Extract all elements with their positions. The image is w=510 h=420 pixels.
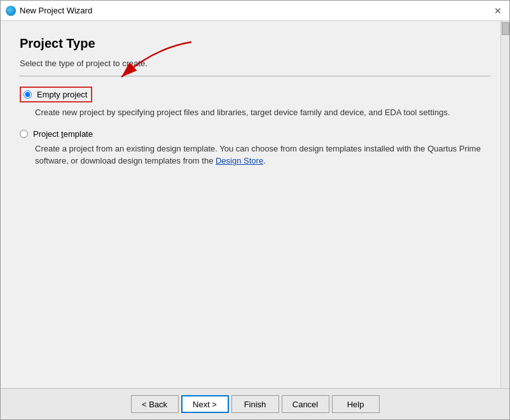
- empty-project-option: Empty project Create new project by spec…: [20, 87, 490, 119]
- close-button[interactable]: ✕: [492, 4, 504, 17]
- help-button[interactable]: Help: [332, 395, 380, 413]
- project-template-row: Project template: [20, 129, 490, 139]
- new-project-wizard-dialog: New Project Wizard ✕ Project Type Select…: [0, 0, 510, 420]
- design-store-link[interactable]: Design Store: [216, 156, 263, 165]
- empty-project-radio[interactable]: [24, 90, 32, 99]
- scrollbar[interactable]: [500, 21, 509, 388]
- footer: < Back Next > Finish Cancel Help: [1, 388, 509, 419]
- title-bar-left: New Project Wizard: [6, 6, 92, 16]
- empty-project-label[interactable]: Empty project: [37, 90, 87, 99]
- cancel-button[interactable]: Cancel: [282, 395, 329, 413]
- title-bar: New Project Wizard ✕: [1, 1, 509, 21]
- dialog-title: New Project Wizard: [20, 6, 92, 15]
- scrollbar-thumb[interactable]: [502, 22, 509, 35]
- divider: [20, 76, 490, 76]
- content-area: Project Type Select the type of project …: [1, 21, 509, 388]
- empty-project-selected-box: Empty project: [20, 87, 92, 102]
- subtitle-text: Select the type of project to create.: [20, 59, 490, 68]
- project-template-label[interactable]: Project template: [33, 129, 93, 139]
- next-button[interactable]: Next >: [181, 395, 229, 413]
- project-template-description: Create a project from an existing design…: [35, 143, 490, 167]
- globe-icon: [6, 6, 16, 16]
- back-button[interactable]: < Back: [131, 395, 179, 413]
- project-template-radio[interactable]: [20, 130, 28, 138]
- empty-project-description: Create new project by specifying project…: [35, 106, 490, 119]
- template-desc-text2: .: [263, 156, 266, 165]
- page-title: Project Type: [20, 36, 490, 51]
- project-template-option: Project template Create a project from a…: [20, 129, 490, 167]
- finish-button[interactable]: Finish: [231, 395, 279, 413]
